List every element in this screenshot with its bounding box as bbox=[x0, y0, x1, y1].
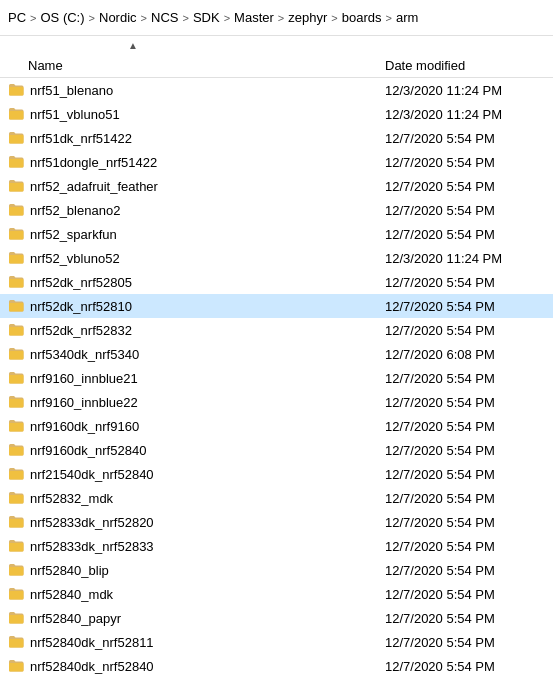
breadcrumb-os[interactable]: OS (C:) bbox=[41, 10, 85, 25]
table-row[interactable]: nrf9160dk_nrf5284012/7/2020 5:54 PM bbox=[0, 438, 553, 462]
table-row[interactable]: nrf52dk_nrf5281012/7/2020 5:54 PM bbox=[0, 294, 553, 318]
file-date: 12/7/2020 5:54 PM bbox=[385, 611, 545, 626]
table-row[interactable]: nrf52_sparkfun12/7/2020 5:54 PM bbox=[0, 222, 553, 246]
svg-rect-0 bbox=[9, 87, 24, 96]
file-name: nrf52_sparkfun bbox=[30, 227, 385, 242]
folder-icon bbox=[8, 610, 24, 626]
folder-icon bbox=[8, 490, 24, 506]
breadcrumb-sep-6: > bbox=[331, 12, 337, 24]
svg-rect-4 bbox=[9, 183, 24, 192]
table-row[interactable]: nrf21540dk_nrf5284012/7/2020 5:54 PM bbox=[0, 462, 553, 486]
table-row[interactable]: nrf52840dk_nrf5281112/7/2020 5:54 PM bbox=[0, 630, 553, 654]
breadcrumb: PC > OS (C:) > Nordic > NCS > SDK > Mast… bbox=[0, 0, 553, 36]
file-date: 12/7/2020 6:08 PM bbox=[385, 347, 545, 362]
folder-icon bbox=[8, 586, 24, 602]
folder-icon bbox=[8, 178, 24, 194]
table-row[interactable]: nrf51_blenano12/3/2020 11:24 PM bbox=[0, 78, 553, 102]
folder-icon bbox=[8, 418, 24, 434]
folder-icon bbox=[8, 634, 24, 650]
svg-rect-17 bbox=[9, 495, 24, 504]
column-date-header[interactable]: Date modified bbox=[385, 58, 545, 73]
file-date: 12/3/2020 11:24 PM bbox=[385, 83, 545, 98]
file-name: nrf9160_innblue21 bbox=[30, 371, 385, 386]
file-name: nrf52_vbluno52 bbox=[30, 251, 385, 266]
table-row[interactable]: nrf9160dk_nrf916012/7/2020 5:54 PM bbox=[0, 414, 553, 438]
file-date: 12/3/2020 11:24 PM bbox=[385, 251, 545, 266]
folder-icon bbox=[8, 226, 24, 242]
file-date: 12/7/2020 5:54 PM bbox=[385, 491, 545, 506]
file-name: nrf52840_mdk bbox=[30, 587, 385, 602]
file-name: nrf51_vbluno51 bbox=[30, 107, 385, 122]
folder-icon bbox=[8, 130, 24, 146]
file-date: 12/7/2020 5:54 PM bbox=[385, 371, 545, 386]
file-date: 12/7/2020 5:54 PM bbox=[385, 563, 545, 578]
breadcrumb-nordic[interactable]: Nordic bbox=[99, 10, 137, 25]
breadcrumb-sep-4: > bbox=[224, 12, 230, 24]
file-name: nrf52dk_nrf52810 bbox=[30, 299, 385, 314]
breadcrumb-ncs[interactable]: NCS bbox=[151, 10, 178, 25]
file-date: 12/7/2020 5:54 PM bbox=[385, 467, 545, 482]
folder-icon bbox=[8, 466, 24, 482]
folder-icon bbox=[8, 298, 24, 314]
file-name: nrf51_blenano bbox=[30, 83, 385, 98]
breadcrumb-sep-0: > bbox=[30, 12, 36, 24]
svg-rect-11 bbox=[9, 351, 24, 360]
svg-rect-15 bbox=[9, 447, 24, 456]
file-name: nrf52840dk_nrf52840 bbox=[30, 659, 385, 674]
folder-icon bbox=[8, 370, 24, 386]
table-row[interactable]: nrf52_vbluno5212/3/2020 11:24 PM bbox=[0, 246, 553, 270]
file-date: 12/7/2020 5:54 PM bbox=[385, 227, 545, 242]
breadcrumb-sep-1: > bbox=[89, 12, 95, 24]
column-name-header[interactable]: Name bbox=[28, 58, 385, 73]
table-row[interactable]: nrf52840_papyr12/7/2020 5:54 PM bbox=[0, 606, 553, 630]
table-row[interactable]: nrf52840_blip12/7/2020 5:54 PM bbox=[0, 558, 553, 582]
file-name: nrf9160dk_nrf9160 bbox=[30, 419, 385, 434]
file-date: 12/7/2020 5:54 PM bbox=[385, 299, 545, 314]
table-row[interactable]: nrf52833dk_nrf5283312/7/2020 5:54 PM bbox=[0, 534, 553, 558]
folder-icon bbox=[8, 250, 24, 266]
svg-rect-5 bbox=[9, 207, 24, 216]
table-row[interactable]: nrf51dk_nrf5142212/7/2020 5:54 PM bbox=[0, 126, 553, 150]
table-row[interactable]: nrf52840_mdk12/7/2020 5:54 PM bbox=[0, 582, 553, 606]
file-name: nrf21540dk_nrf52840 bbox=[30, 467, 385, 482]
breadcrumb-zephyr[interactable]: zephyr bbox=[288, 10, 327, 25]
breadcrumb-arm[interactable]: arm bbox=[396, 10, 418, 25]
svg-rect-18 bbox=[9, 519, 24, 528]
file-date: 12/7/2020 5:54 PM bbox=[385, 443, 545, 458]
table-row[interactable]: nrf51dongle_nrf5142212/7/2020 5:54 PM bbox=[0, 150, 553, 174]
file-date: 12/7/2020 5:54 PM bbox=[385, 155, 545, 170]
file-date: 12/7/2020 5:54 PM bbox=[385, 587, 545, 602]
table-row[interactable]: nrf9160_innblue2112/7/2020 5:54 PM bbox=[0, 366, 553, 390]
svg-rect-20 bbox=[9, 567, 24, 576]
folder-icon bbox=[8, 82, 24, 98]
table-row[interactable]: nrf52_adafruit_feather12/7/2020 5:54 PM bbox=[0, 174, 553, 198]
breadcrumb-sdk[interactable]: SDK bbox=[193, 10, 220, 25]
file-date: 12/7/2020 5:54 PM bbox=[385, 539, 545, 554]
file-name: nrf52dk_nrf52805 bbox=[30, 275, 385, 290]
folder-icon bbox=[8, 538, 24, 554]
table-row[interactable]: nrf9160_innblue2212/7/2020 5:54 PM bbox=[0, 390, 553, 414]
breadcrumb-sep-3: > bbox=[182, 12, 188, 24]
file-date: 12/7/2020 5:54 PM bbox=[385, 275, 545, 290]
table-row[interactable]: nrf52832_mdk12/7/2020 5:54 PM bbox=[0, 486, 553, 510]
table-row[interactable]: nrf52dk_nrf5283212/7/2020 5:54 PM bbox=[0, 318, 553, 342]
svg-rect-16 bbox=[9, 471, 24, 480]
file-name: nrf9160dk_nrf52840 bbox=[30, 443, 385, 458]
table-row[interactable]: nrf52dk_nrf5280512/7/2020 5:54 PM bbox=[0, 270, 553, 294]
file-name: nrf52840_papyr bbox=[30, 611, 385, 626]
svg-rect-21 bbox=[9, 591, 24, 600]
table-row[interactable]: nrf5340dk_nrf534012/7/2020 6:08 PM bbox=[0, 342, 553, 366]
svg-rect-2 bbox=[9, 135, 24, 144]
file-list: nrf51_blenano12/3/2020 11:24 PM nrf51_vb… bbox=[0, 78, 553, 676]
breadcrumb-boards[interactable]: boards bbox=[342, 10, 382, 25]
breadcrumb-pc[interactable]: PC bbox=[8, 10, 26, 25]
table-row[interactable]: nrf52840dk_nrf5284012/7/2020 5:54 PM bbox=[0, 654, 553, 676]
svg-rect-1 bbox=[9, 111, 24, 120]
breadcrumb-master[interactable]: Master bbox=[234, 10, 274, 25]
folder-icon bbox=[8, 562, 24, 578]
table-row[interactable]: nrf52_blenano212/7/2020 5:54 PM bbox=[0, 198, 553, 222]
table-row[interactable]: nrf51_vbluno5112/3/2020 11:24 PM bbox=[0, 102, 553, 126]
file-date: 12/7/2020 5:54 PM bbox=[385, 635, 545, 650]
svg-rect-7 bbox=[9, 255, 24, 264]
table-row[interactable]: nrf52833dk_nrf5282012/7/2020 5:54 PM bbox=[0, 510, 553, 534]
